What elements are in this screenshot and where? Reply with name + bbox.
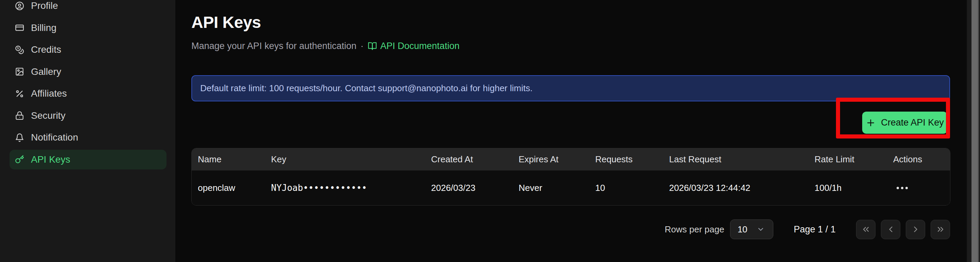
column-header-last-request: Last Request [669, 148, 815, 170]
chevron-left-icon [886, 225, 896, 234]
cell-created-at: 2026/03/23 [431, 170, 519, 205]
page-title: API Keys [191, 13, 261, 32]
column-header-key: Key [271, 148, 431, 170]
cell-requests: 10 [595, 170, 669, 205]
first-page-button[interactable] [856, 220, 875, 239]
subtitle-text: Manage your API keys for authentication [191, 41, 356, 51]
api-keys-table: Name Key Created At Expires At Requests … [191, 148, 950, 205]
table-row: openclaw NYJoab•••••••••••• 2026/03/23 N… [192, 170, 950, 205]
cell-key-masked: NYJoab•••••••••••• [271, 170, 431, 205]
sidebar-item-api-keys[interactable]: API Keys [10, 150, 167, 170]
sidebar-item-notification[interactable]: Notification [10, 128, 167, 147]
bell-icon [15, 133, 24, 142]
api-documentation-label: API Documentation [380, 41, 460, 51]
rows-per-page-select[interactable]: 10 [730, 219, 773, 239]
user-circle-icon [15, 2, 24, 11]
chevron-right-icon [911, 225, 920, 234]
sidebar-item-profile[interactable]: Profile [10, 0, 167, 16]
sidebar-item-label: API Keys [31, 154, 70, 165]
credit-card-icon [15, 23, 24, 32]
row-actions-menu-button[interactable] [893, 185, 911, 191]
sidebar-item-billing[interactable]: Billing [10, 18, 167, 38]
column-header-rate-limit: Rate Limit [815, 148, 893, 170]
image-icon [15, 67, 24, 76]
chevrons-right-icon [936, 225, 945, 234]
rows-per-page-value: 10 [738, 224, 748, 235]
cell-expires-at: Never [519, 170, 595, 205]
cell-last-request: 2026/03/23 12:44:42 [669, 170, 815, 205]
subtitle-separator: · [361, 41, 364, 51]
vertical-scrollbar-track [966, 0, 980, 262]
rows-per-page-label: Rows per page [665, 224, 724, 235]
sidebar-item-label: Affiliates [31, 88, 67, 99]
sidebar-item-affiliates[interactable]: Affiliates [10, 84, 167, 103]
create-api-key-button[interactable]: Create API Key [862, 111, 947, 134]
previous-page-button[interactable] [881, 220, 900, 239]
ellipsis-icon [897, 187, 899, 189]
column-header-requests: Requests [595, 148, 669, 170]
sidebar-item-label: Profile [31, 0, 58, 11]
sidebar-item-label: Security [31, 110, 65, 121]
sidebar-item-gallery[interactable]: Gallery [10, 62, 167, 82]
rate-limit-banner: Default rate limit: 100 requests/hour. C… [191, 75, 950, 102]
next-page-button[interactable] [906, 220, 925, 239]
plus-icon [865, 118, 876, 128]
rate-limit-banner-text: Default rate limit: 100 requests/hour. C… [200, 83, 533, 94]
column-header-actions: Actions [893, 148, 950, 170]
chevron-down-icon [757, 225, 765, 233]
sidebar-item-security[interactable]: Security [10, 106, 167, 125]
page-subtitle: Manage your API keys for authentication … [191, 41, 459, 51]
percent-icon [15, 89, 24, 98]
book-open-icon [368, 41, 377, 51]
column-header-expires-at: Expires At [519, 148, 595, 170]
pagination-bar: Rows per page 10 Page 1 / 1 [665, 219, 950, 239]
key-icon [15, 155, 24, 164]
sidebar-item-label: Gallery [31, 66, 61, 77]
vertical-scrollbar-thumb[interactable] [972, 0, 979, 262]
page-indicator: Page 1 / 1 [794, 224, 835, 235]
last-page-button[interactable] [931, 220, 950, 239]
lock-icon [15, 111, 24, 120]
sidebar-item-label: Notification [31, 132, 78, 143]
column-header-name: Name [198, 148, 271, 170]
create-api-key-label: Create API Key [881, 118, 944, 128]
settings-sidebar: Profile Billing Credits Gallery Affiliat… [0, 0, 175, 262]
api-documentation-link[interactable]: API Documentation [368, 41, 460, 51]
cell-name: openclaw [198, 170, 271, 205]
sidebar-item-label: Credits [31, 44, 61, 55]
table-header-row: Name Key Created At Expires At Requests … [192, 148, 950, 170]
column-header-created-at: Created At [431, 148, 519, 170]
cell-rate-limit: 100/1h [815, 170, 893, 205]
coins-icon [15, 45, 24, 54]
sidebar-item-label: Billing [31, 22, 57, 33]
chevrons-left-icon [861, 225, 871, 234]
sidebar-item-credits[interactable]: Credits [10, 40, 167, 60]
